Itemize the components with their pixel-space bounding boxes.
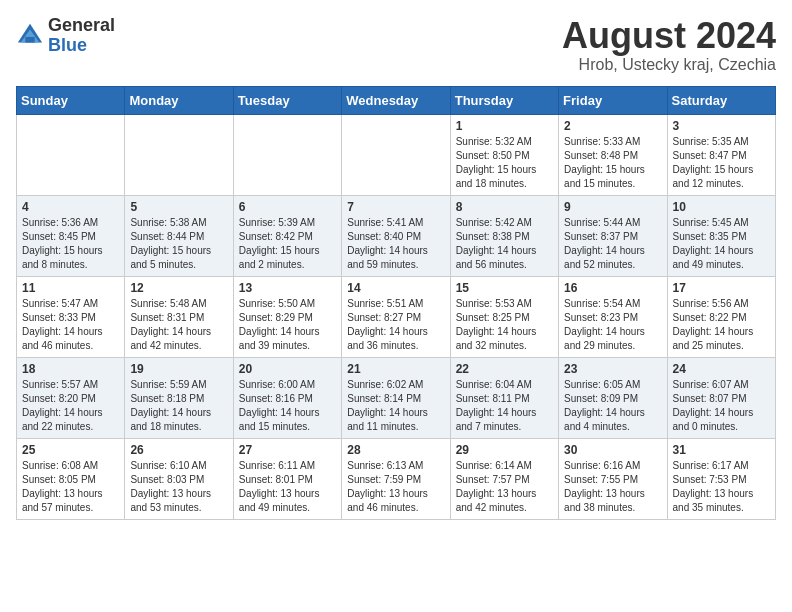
day-number: 22 (456, 362, 553, 376)
day-info: Sunrise: 5:45 AM Sunset: 8:35 PM Dayligh… (673, 216, 770, 272)
day-info: Sunrise: 5:47 AM Sunset: 8:33 PM Dayligh… (22, 297, 119, 353)
day-header-sunday: Sunday (17, 86, 125, 114)
day-number: 4 (22, 200, 119, 214)
day-info: Sunrise: 5:56 AM Sunset: 8:22 PM Dayligh… (673, 297, 770, 353)
day-number: 21 (347, 362, 444, 376)
calendar-cell: 5Sunrise: 5:38 AM Sunset: 8:44 PM Daylig… (125, 195, 233, 276)
day-number: 11 (22, 281, 119, 295)
day-info: Sunrise: 5:48 AM Sunset: 8:31 PM Dayligh… (130, 297, 227, 353)
calendar-cell (125, 114, 233, 195)
day-number: 23 (564, 362, 661, 376)
day-info: Sunrise: 6:08 AM Sunset: 8:05 PM Dayligh… (22, 459, 119, 515)
day-number: 17 (673, 281, 770, 295)
calendar-cell: 9Sunrise: 5:44 AM Sunset: 8:37 PM Daylig… (559, 195, 667, 276)
calendar-cell: 22Sunrise: 6:04 AM Sunset: 8:11 PM Dayli… (450, 357, 558, 438)
day-number: 20 (239, 362, 336, 376)
calendar-cell: 24Sunrise: 6:07 AM Sunset: 8:07 PM Dayli… (667, 357, 775, 438)
calendar-cell: 16Sunrise: 5:54 AM Sunset: 8:23 PM Dayli… (559, 276, 667, 357)
calendar-cell: 18Sunrise: 5:57 AM Sunset: 8:20 PM Dayli… (17, 357, 125, 438)
day-info: Sunrise: 5:57 AM Sunset: 8:20 PM Dayligh… (22, 378, 119, 434)
day-info: Sunrise: 5:38 AM Sunset: 8:44 PM Dayligh… (130, 216, 227, 272)
day-info: Sunrise: 5:59 AM Sunset: 8:18 PM Dayligh… (130, 378, 227, 434)
week-row-2: 4Sunrise: 5:36 AM Sunset: 8:45 PM Daylig… (17, 195, 776, 276)
day-number: 2 (564, 119, 661, 133)
calendar-cell: 27Sunrise: 6:11 AM Sunset: 8:01 PM Dayli… (233, 438, 341, 519)
day-number: 15 (456, 281, 553, 295)
day-info: Sunrise: 6:02 AM Sunset: 8:14 PM Dayligh… (347, 378, 444, 434)
calendar-cell: 20Sunrise: 6:00 AM Sunset: 8:16 PM Dayli… (233, 357, 341, 438)
week-row-3: 11Sunrise: 5:47 AM Sunset: 8:33 PM Dayli… (17, 276, 776, 357)
title-block: August 2024 Hrob, Ustecky kraj, Czechia (562, 16, 776, 74)
day-header-tuesday: Tuesday (233, 86, 341, 114)
day-number: 29 (456, 443, 553, 457)
calendar-cell: 26Sunrise: 6:10 AM Sunset: 8:03 PM Dayli… (125, 438, 233, 519)
calendar-cell: 8Sunrise: 5:42 AM Sunset: 8:38 PM Daylig… (450, 195, 558, 276)
day-info: Sunrise: 6:11 AM Sunset: 8:01 PM Dayligh… (239, 459, 336, 515)
day-info: Sunrise: 5:42 AM Sunset: 8:38 PM Dayligh… (456, 216, 553, 272)
day-info: Sunrise: 5:33 AM Sunset: 8:48 PM Dayligh… (564, 135, 661, 191)
calendar-cell: 7Sunrise: 5:41 AM Sunset: 8:40 PM Daylig… (342, 195, 450, 276)
calendar-cell: 13Sunrise: 5:50 AM Sunset: 8:29 PM Dayli… (233, 276, 341, 357)
day-number: 30 (564, 443, 661, 457)
calendar-cell: 3Sunrise: 5:35 AM Sunset: 8:47 PM Daylig… (667, 114, 775, 195)
day-info: Sunrise: 5:35 AM Sunset: 8:47 PM Dayligh… (673, 135, 770, 191)
week-row-5: 25Sunrise: 6:08 AM Sunset: 8:05 PM Dayli… (17, 438, 776, 519)
week-row-1: 1Sunrise: 5:32 AM Sunset: 8:50 PM Daylig… (17, 114, 776, 195)
day-number: 16 (564, 281, 661, 295)
day-number: 31 (673, 443, 770, 457)
day-number: 8 (456, 200, 553, 214)
day-info: Sunrise: 6:13 AM Sunset: 7:59 PM Dayligh… (347, 459, 444, 515)
calendar-cell: 30Sunrise: 6:16 AM Sunset: 7:55 PM Dayli… (559, 438, 667, 519)
calendar-cell (17, 114, 125, 195)
day-number: 25 (22, 443, 119, 457)
day-number: 9 (564, 200, 661, 214)
calendar-cell: 17Sunrise: 5:56 AM Sunset: 8:22 PM Dayli… (667, 276, 775, 357)
day-info: Sunrise: 6:10 AM Sunset: 8:03 PM Dayligh… (130, 459, 227, 515)
day-number: 18 (22, 362, 119, 376)
day-info: Sunrise: 5:41 AM Sunset: 8:40 PM Dayligh… (347, 216, 444, 272)
day-info: Sunrise: 5:54 AM Sunset: 8:23 PM Dayligh… (564, 297, 661, 353)
day-info: Sunrise: 5:53 AM Sunset: 8:25 PM Dayligh… (456, 297, 553, 353)
calendar-title: August 2024 (562, 16, 776, 56)
day-info: Sunrise: 6:07 AM Sunset: 8:07 PM Dayligh… (673, 378, 770, 434)
svg-rect-2 (25, 37, 34, 43)
logo: General Blue (16, 16, 115, 56)
day-info: Sunrise: 5:39 AM Sunset: 8:42 PM Dayligh… (239, 216, 336, 272)
day-info: Sunrise: 6:17 AM Sunset: 7:53 PM Dayligh… (673, 459, 770, 515)
calendar-cell: 12Sunrise: 5:48 AM Sunset: 8:31 PM Dayli… (125, 276, 233, 357)
day-info: Sunrise: 5:44 AM Sunset: 8:37 PM Dayligh… (564, 216, 661, 272)
week-row-4: 18Sunrise: 5:57 AM Sunset: 8:20 PM Dayli… (17, 357, 776, 438)
day-number: 12 (130, 281, 227, 295)
header-row: SundayMondayTuesdayWednesdayThursdayFrid… (17, 86, 776, 114)
logo-icon (16, 22, 44, 50)
calendar-cell: 10Sunrise: 5:45 AM Sunset: 8:35 PM Dayli… (667, 195, 775, 276)
day-number: 1 (456, 119, 553, 133)
day-number: 13 (239, 281, 336, 295)
day-number: 14 (347, 281, 444, 295)
day-info: Sunrise: 6:05 AM Sunset: 8:09 PM Dayligh… (564, 378, 661, 434)
day-number: 27 (239, 443, 336, 457)
day-info: Sunrise: 5:32 AM Sunset: 8:50 PM Dayligh… (456, 135, 553, 191)
calendar-cell (233, 114, 341, 195)
calendar-cell: 11Sunrise: 5:47 AM Sunset: 8:33 PM Dayli… (17, 276, 125, 357)
calendar-cell: 25Sunrise: 6:08 AM Sunset: 8:05 PM Dayli… (17, 438, 125, 519)
day-header-saturday: Saturday (667, 86, 775, 114)
day-header-friday: Friday (559, 86, 667, 114)
calendar-cell: 28Sunrise: 6:13 AM Sunset: 7:59 PM Dayli… (342, 438, 450, 519)
day-number: 26 (130, 443, 227, 457)
calendar-cell: 15Sunrise: 5:53 AM Sunset: 8:25 PM Dayli… (450, 276, 558, 357)
calendar-cell: 23Sunrise: 6:05 AM Sunset: 8:09 PM Dayli… (559, 357, 667, 438)
day-number: 24 (673, 362, 770, 376)
day-header-thursday: Thursday (450, 86, 558, 114)
day-info: Sunrise: 6:14 AM Sunset: 7:57 PM Dayligh… (456, 459, 553, 515)
day-number: 5 (130, 200, 227, 214)
calendar-cell: 21Sunrise: 6:02 AM Sunset: 8:14 PM Dayli… (342, 357, 450, 438)
calendar-cell (342, 114, 450, 195)
day-number: 6 (239, 200, 336, 214)
calendar-cell: 2Sunrise: 5:33 AM Sunset: 8:48 PM Daylig… (559, 114, 667, 195)
calendar-subtitle: Hrob, Ustecky kraj, Czechia (562, 56, 776, 74)
logo-blue-text: Blue (48, 35, 87, 55)
calendar-cell: 31Sunrise: 6:17 AM Sunset: 7:53 PM Dayli… (667, 438, 775, 519)
calendar-cell: 19Sunrise: 5:59 AM Sunset: 8:18 PM Dayli… (125, 357, 233, 438)
calendar-cell: 29Sunrise: 6:14 AM Sunset: 7:57 PM Dayli… (450, 438, 558, 519)
